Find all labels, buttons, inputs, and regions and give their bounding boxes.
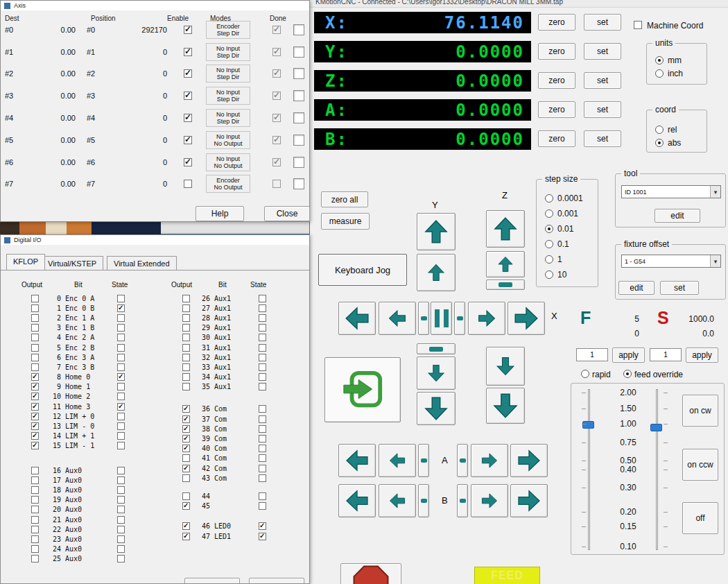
step-size-option[interactable]: 10 [545, 267, 583, 282]
axis-enable-checkbox[interactable] [184, 26, 192, 34]
kmotioncnc-titlebar[interactable]: KMotionCNC - Connected - C:\Users\igor13… [310, 0, 728, 8]
spindle-override-slider-thumb[interactable] [650, 424, 662, 431]
io-output-checkbox[interactable] [182, 474, 190, 482]
axis-done-checkbox[interactable] [293, 90, 304, 101]
set-button[interactable]: set [584, 14, 621, 31]
spindle-on-ccw-button[interactable]: on ccw [682, 449, 718, 481]
axis-enable-checkbox[interactable] [184, 136, 192, 144]
feed-override-slider[interactable] [588, 389, 590, 550]
coord-option[interactable]: rel [655, 123, 681, 136]
jog-x-right-small-button[interactable] [468, 302, 505, 335]
spindle-override-slider[interactable] [656, 389, 658, 550]
step-size-option[interactable]: 1 [545, 252, 583, 267]
help-button[interactable]: Help [196, 206, 244, 221]
axis-enable-checkbox[interactable] [184, 48, 192, 56]
spindle-off-button[interactable]: off [682, 502, 718, 534]
jog-y-down-large-button[interactable] [417, 392, 456, 425]
zero-button[interactable]: zero [538, 14, 575, 31]
io-output-checkbox[interactable] [31, 526, 39, 533]
jog-b-right-large-button[interactable] [510, 484, 548, 517]
io-output-checkbox[interactable] [31, 535, 39, 543]
io-output-checkbox[interactable] [182, 344, 190, 352]
io-output-checkbox[interactable] [31, 442, 39, 449]
zero-button[interactable]: zero [538, 101, 575, 118]
io-output-checkbox[interactable] [182, 492, 190, 500]
jog-b-stop-left-button[interactable] [418, 484, 429, 517]
axis-done-checkbox[interactable] [293, 68, 304, 79]
tab-kflop[interactable]: KFLOP [6, 254, 45, 270]
io-output-checkbox[interactable] [31, 344, 39, 352]
axis-done-checkbox[interactable] [293, 24, 304, 35]
io-output-checkbox[interactable] [182, 304, 190, 312]
io-output-checkbox[interactable] [31, 422, 39, 430]
spindle-on-cw-button[interactable]: on cw [682, 395, 718, 427]
keyboard-jog-button[interactable]: Keyboard Jog [318, 254, 407, 286]
jog-z-down-small-button[interactable] [486, 347, 525, 386]
io-output-checkbox[interactable] [182, 405, 190, 413]
chevron-down-icon[interactable]: ▾ [710, 186, 720, 198]
axis-done-checkbox[interactable] [293, 46, 304, 58]
spindle-speed-input[interactable] [650, 348, 682, 361]
zero-button[interactable]: zero [538, 72, 575, 89]
axis-enable-checkbox[interactable] [184, 69, 192, 78]
axis-enable-checkbox[interactable] [184, 114, 192, 122]
continuous-jog-button[interactable] [324, 357, 401, 422]
feed-apply-button[interactable]: apply [612, 347, 645, 363]
io-output-checkbox[interactable] [182, 533, 190, 540]
io-output-checkbox[interactable] [31, 496, 39, 504]
tool-edit-button[interactable]: edit [655, 209, 700, 223]
io-output-checkbox[interactable] [31, 486, 39, 494]
zero-button[interactable]: zero [538, 43, 575, 60]
jog-x-left-small-button[interactable] [379, 302, 416, 335]
jog-y-up-large-button[interactable] [417, 213, 456, 250]
feed-override-radio[interactable] [623, 370, 632, 378]
io-output-checkbox[interactable] [182, 465, 190, 472]
jog-a-left-small-button[interactable] [379, 444, 416, 477]
io-output-checkbox[interactable] [182, 363, 190, 371]
io-output-checkbox[interactable] [182, 324, 190, 332]
jog-z-up-small-button[interactable] [486, 251, 525, 277]
machine-coord-checkbox[interactable] [634, 21, 642, 29]
feed-rate-input[interactable] [576, 348, 608, 361]
io-output-checkbox[interactable] [182, 502, 190, 510]
coord-option[interactable]: abs [655, 136, 681, 149]
digital-io-titlebar[interactable]: Digital I/O [1, 235, 309, 245]
jog-y-up-small-button[interactable] [417, 254, 456, 291]
stop-button[interactable] [340, 563, 401, 584]
io-output-checkbox[interactable] [31, 516, 39, 524]
io-output-checkbox[interactable] [182, 415, 190, 423]
axis-done-checkbox[interactable] [293, 157, 304, 168]
jog-x-left-large-button[interactable] [338, 302, 376, 335]
io-output-checkbox[interactable] [182, 454, 190, 462]
jog-x-stop-left-button[interactable] [418, 302, 429, 335]
io-output-checkbox[interactable] [31, 393, 39, 400]
io-output-checkbox[interactable] [31, 413, 39, 420]
axis-window-titlebar[interactable]: Axis [1, 1, 309, 10]
zero-button[interactable]: zero [538, 130, 575, 147]
io-output-checkbox[interactable] [182, 295, 190, 302]
axis-done-checkbox[interactable] [293, 112, 304, 123]
close-button[interactable]: Close [264, 206, 310, 221]
step-size-option[interactable]: 0.1 [545, 237, 583, 252]
io-output-checkbox[interactable] [31, 354, 39, 361]
jog-a-stop-right-button[interactable] [457, 444, 468, 477]
rapid-radio[interactable] [581, 370, 589, 378]
io-output-checkbox[interactable] [182, 373, 190, 381]
step-size-option[interactable]: 0.0001 [545, 191, 583, 206]
zero-all-button[interactable]: zero all [321, 191, 368, 207]
set-button[interactable]: set [584, 72, 621, 89]
io-output-checkbox[interactable] [31, 383, 39, 390]
io-output-checkbox[interactable] [31, 555, 39, 562]
io-output-checkbox[interactable] [182, 334, 190, 341]
jog-b-left-large-button[interactable] [338, 484, 376, 517]
io-output-checkbox[interactable] [31, 506, 39, 513]
axis-done-checkbox[interactable] [293, 135, 304, 146]
units-option[interactable]: inch [655, 67, 683, 80]
fixture-set-button[interactable]: set [660, 281, 699, 295]
set-button[interactable]: set [584, 43, 621, 60]
dialog-button-right[interactable] [249, 578, 304, 584]
axis-done-checkbox[interactable] [293, 178, 304, 189]
dialog-button-left[interactable] [184, 578, 240, 584]
io-output-checkbox[interactable] [182, 354, 190, 361]
tool-select[interactable]: ID 1001 ▾ [621, 185, 721, 198]
